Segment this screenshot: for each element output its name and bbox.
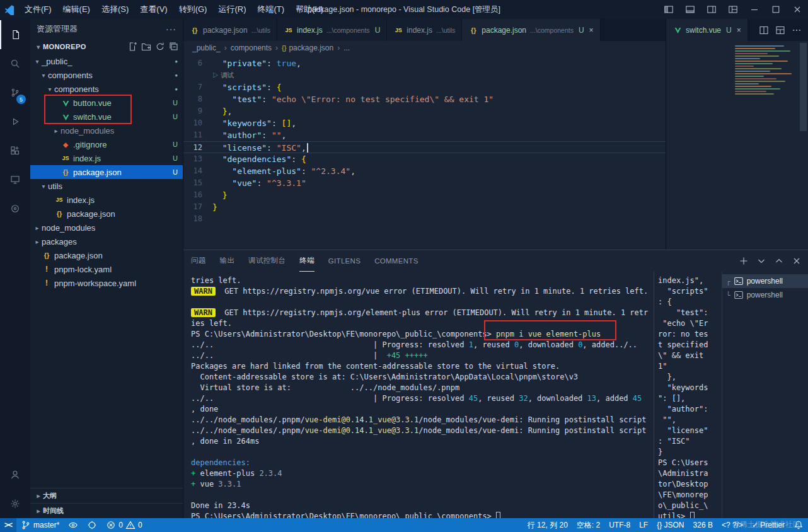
workspace-section-header[interactable]: ▾ MONOREPO (30, 39, 183, 54)
code-line[interactable]: 11 "author": "", (183, 129, 666, 141)
panel-bottom-toggle[interactable] (679, 0, 701, 19)
code-line[interactable]: 16 } (183, 189, 666, 201)
panel-tab-输出[interactable]: 输出 (220, 250, 235, 272)
code-line[interactable]: 13 "dependencies": { (183, 153, 666, 165)
tree-item-node_modules[interactable]: ▸node_modules (30, 124, 183, 137)
tree-item-components[interactable]: ▾components● (30, 82, 183, 96)
tab-index.js[interactable]: JSindex.js...\utils (387, 19, 462, 41)
minimap[interactable] (735, 45, 794, 96)
maximize-button[interactable] (765, 0, 787, 19)
split-editor-icon[interactable] (759, 25, 769, 35)
status--[interactable]: <? ?/> (717, 518, 747, 532)
close-icon[interactable] (792, 256, 802, 266)
tree-item-index.js[interactable]: JSindex.js (30, 193, 183, 207)
plus-icon[interactable] (739, 256, 749, 266)
terminal-list-item[interactable]: └powershell (722, 288, 808, 302)
breadcrumb-item[interactable]: ... (343, 43, 350, 52)
menu-item[interactable]: 选择(S) (96, 0, 134, 19)
breadcrumb-item[interactable]: {}package.json (282, 43, 333, 52)
panel-tab-终端[interactable]: 终端 (299, 250, 315, 272)
menu-item[interactable]: 转到(G) (173, 0, 213, 19)
code-line[interactable]: 17} (183, 201, 666, 213)
terminal-2[interactable]: index.js", "scripts": { "test": "echo \"… (654, 272, 722, 518)
status--json[interactable]: {} JSON (652, 518, 688, 532)
sidebar-right-toggle[interactable] (701, 0, 722, 19)
breadcrumb-item[interactable]: components (231, 43, 272, 52)
tree-item-package.json[interactable]: {}package.jsonU (30, 165, 183, 179)
status--2[interactable]: 空格: 2 (572, 518, 604, 532)
activity-account[interactable] (0, 460, 30, 489)
menu-item[interactable]: 查看(V) (134, 0, 173, 19)
tab-switch.vue[interactable]: switch.vueU× (666, 19, 748, 41)
branch-indicator[interactable]: master* (16, 518, 64, 532)
chevron-up-icon[interactable] (774, 256, 784, 266)
notifications-bell[interactable] (789, 518, 808, 532)
tree-item-button.vue[interactable]: button.vueU (30, 96, 183, 110)
status--prettier[interactable]: ✓ Prettier (747, 518, 789, 532)
sidebar-left-toggle[interactable] (658, 0, 679, 19)
menu-item[interactable]: 终端(T) (251, 0, 290, 19)
tree-item-packages[interactable]: ▸packages (30, 234, 183, 248)
code-editor[interactable]: 6 "private": true,▷ 调试7 "scripts": {8 "t… (183, 55, 666, 225)
new-folder-icon[interactable] (141, 42, 151, 52)
tree-item-.gitignore[interactable]: ◆.gitignoreU (30, 137, 183, 151)
panel-tab-COMMENTS[interactable]: COMMENTS (374, 250, 418, 272)
tree-item-components[interactable]: ▾components● (30, 68, 183, 82)
close-window-button[interactable] (787, 0, 808, 19)
minimize-button[interactable] (744, 0, 765, 19)
tree-item-package.json[interactable]: {}package.json (30, 207, 183, 221)
terminal-list-item[interactable]: ┌powershell (722, 274, 808, 288)
code-line[interactable]: 6 "private": true, (183, 57, 666, 69)
activity-source-control[interactable]: 5 (0, 78, 30, 107)
close-tab-icon[interactable]: × (737, 26, 741, 35)
activity-run-debug[interactable] (0, 107, 30, 136)
status-utf-8[interactable]: UTF-8 (604, 518, 635, 532)
tree-item-pnpm-workspace.yaml[interactable]: !pnpm-workspace.yaml (30, 276, 183, 290)
status-326-b[interactable]: 326 B (689, 518, 717, 532)
editor-scrollbar[interactable] (800, 43, 807, 131)
tree-item-_public_[interactable]: ▾_public_● (30, 54, 183, 68)
menu-item[interactable]: 文件(F) (19, 0, 57, 19)
panel-tab-问题[interactable]: 问题 (191, 250, 206, 272)
code-line[interactable]: 7 "scripts": { (183, 81, 666, 93)
tab-index.js[interactable]: JSindex.js...\componentsU (277, 19, 387, 41)
gitlens-heatmap-toggle[interactable] (83, 518, 101, 532)
codelens-line[interactable]: ▷ 调试 (183, 69, 666, 81)
new-file-icon[interactable] (127, 42, 137, 52)
tree-item-node_modules[interactable]: ▸node_modules (30, 221, 183, 234)
section-大纲[interactable]: ▸大纲 (30, 488, 183, 503)
menu-item[interactable]: 编辑(E) (57, 0, 96, 19)
menu-item[interactable]: 运行(R) (212, 0, 251, 19)
remote-indicator[interactable]: >< (0, 518, 16, 532)
problems-indicator[interactable]: 00 (101, 518, 146, 532)
collapse-all-icon[interactable] (169, 42, 179, 52)
activity-remote-explorer[interactable] (0, 165, 30, 194)
code-line[interactable]: 14 "element-plus": "^2.3.4", (183, 165, 666, 177)
panel-tab-GITLENS[interactable]: GITLENS (328, 250, 361, 272)
status-lf[interactable]: LF (635, 518, 652, 532)
refresh-icon[interactable] (155, 42, 165, 52)
tree-item-index.js[interactable]: JSindex.jsU (30, 151, 183, 165)
terminal-1[interactable]: tries left.WARN GET https://registry.npm… (183, 272, 654, 518)
code-line[interactable]: 8 "test": "echo \"Error: no test specifi… (183, 93, 666, 105)
section-时间线[interactable]: ▸时间线 (30, 503, 183, 518)
code-line[interactable]: 9 }, (183, 105, 666, 117)
chevron-down-icon[interactable] (756, 256, 766, 266)
code-line[interactable]: 15 "vue": "^3.3.1" (183, 177, 666, 189)
activity-search[interactable] (0, 49, 30, 78)
tab-package.json[interactable]: {}package.json...\componentsU× (462, 19, 600, 41)
tree-item-utils[interactable]: ▾utils (30, 179, 183, 193)
activity-settings[interactable] (0, 489, 30, 518)
close-tab-icon[interactable]: × (589, 26, 594, 35)
panel-tab-调试控制台[interactable]: 调试控制台 (248, 250, 286, 272)
customize-layout-toggle[interactable] (722, 0, 744, 19)
gitlens-blame-toggle[interactable] (64, 518, 83, 532)
tree-item-package.json[interactable]: {}package.json (30, 248, 183, 262)
more-actions-icon[interactable]: ··· (166, 24, 176, 34)
code-line[interactable]: 10 "keywords": [], (183, 117, 666, 129)
editor-layout-icon[interactable] (775, 25, 785, 35)
tree-item-pnpm-lock.yaml[interactable]: !pnpm-lock.yaml (30, 262, 183, 276)
code-line[interactable]: 18 (183, 213, 666, 225)
activity-live-preview[interactable] (0, 194, 30, 223)
status--12-20[interactable]: 行 12, 列 20 (523, 518, 572, 532)
